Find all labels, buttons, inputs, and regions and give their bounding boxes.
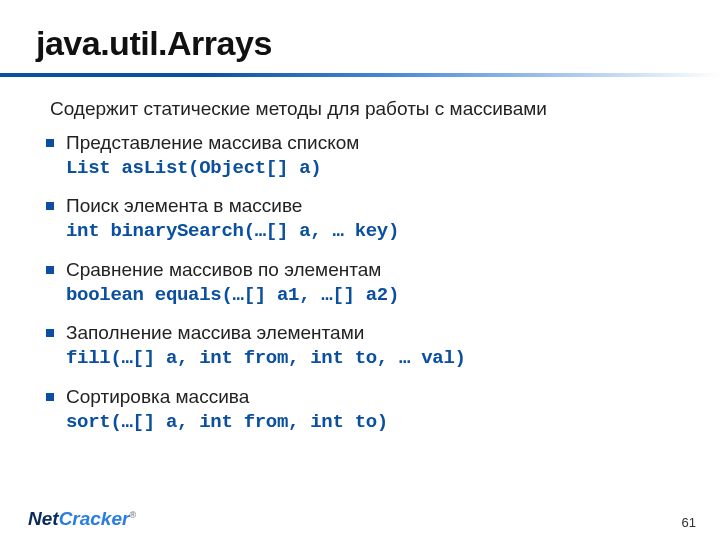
item-code: int binarySearch(…[] a, … key) [66, 220, 399, 242]
logo-reg: ® [129, 510, 136, 520]
item-desc: Сравнение массивов по элементам [66, 259, 381, 280]
item-desc: Поиск элемента в массиве [66, 195, 302, 216]
item-code: sort(…[] a, int from, int to) [66, 411, 388, 433]
item-code: fill(…[] a, int from, int to, … val) [66, 347, 466, 369]
intro-text: Содержит статические методы для работы с… [50, 97, 676, 121]
content: Содержит статические методы для работы с… [36, 77, 684, 434]
item-code: List asList(Object[] a) [66, 157, 321, 179]
logo: NetCracker® [28, 508, 136, 530]
logo-part2: Cracker [59, 508, 130, 529]
list-item: Сортировка массива sort(…[] a, int from,… [44, 385, 676, 435]
item-desc: Представление массива списком [66, 132, 359, 153]
list-item: Поиск элемента в массиве int binarySearc… [44, 194, 676, 244]
footer: NetCracker® 61 [0, 508, 720, 530]
bullet-list: Представление массива списком List asLis… [44, 131, 676, 435]
slide-title: java.util.Arrays [36, 24, 684, 63]
page-number: 61 [682, 515, 696, 530]
logo-part1: Net [28, 508, 59, 529]
list-item: Представление массива списком List asLis… [44, 131, 676, 181]
item-desc: Заполнение массива элементами [66, 322, 364, 343]
item-code: boolean equals(…[] a1, …[] a2) [66, 284, 399, 306]
item-desc: Сортировка массива [66, 386, 249, 407]
slide: java.util.Arrays Содержит статические ме… [0, 0, 720, 540]
list-item: Заполнение массива элементами fill(…[] a… [44, 321, 676, 371]
list-item: Сравнение массивов по элементам boolean … [44, 258, 676, 308]
